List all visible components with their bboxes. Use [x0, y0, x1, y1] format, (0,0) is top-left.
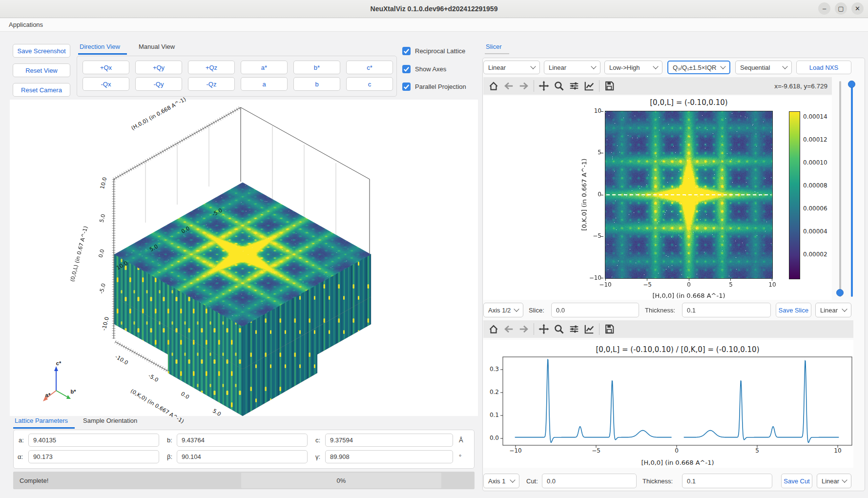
- tab-sample-orientation[interactable]: Sample Orientation: [83, 417, 137, 424]
- c-star-axis-icon: [54, 366, 58, 371]
- sort-order-dropdown[interactable]: Low->High: [604, 61, 662, 74]
- viewport-3d[interactable]: 10.0 5.0 0.0 -5.0 (H,0,0) (in 0.668 A^-1…: [10, 100, 478, 416]
- close-button[interactable]: ✕: [851, 2, 864, 15]
- save-figure-icon[interactable]: [604, 81, 615, 91]
- alpha-field[interactable]: 90.173: [28, 450, 159, 463]
- tick: [772, 278, 772, 281]
- c-button[interactable]: c: [346, 77, 393, 91]
- color-min-slider-handle[interactable]: [836, 289, 844, 296]
- reset-view-button[interactable]: Reset View: [13, 63, 70, 77]
- parallel-projection-checkbox[interactable]: [402, 83, 411, 91]
- minus-qx-button[interactable]: -Qx: [83, 77, 129, 91]
- color-min-slider[interactable]: [839, 81, 841, 297]
- cut-value-input[interactable]: 0.0: [542, 474, 637, 488]
- title-bar[interactable]: NeuXtalViz 0.1.0.dev96+d202412291959: [0, 0, 868, 18]
- forward-icon[interactable]: [518, 324, 529, 334]
- cut-ytick: 0.3: [480, 366, 499, 373]
- neuxtalviz-window: NeuXtalViz 0.1.0.dev96+d202412291959 – ▢…: [0, 0, 868, 498]
- c-star-label: c*: [56, 360, 62, 366]
- c-star-button[interactable]: c*: [346, 61, 393, 74]
- slice-xtick: 0: [679, 281, 699, 288]
- show-axes-checkbox[interactable]: [402, 65, 411, 73]
- color-max-slider-handle[interactable]: [848, 81, 855, 88]
- a-button[interactable]: a: [241, 77, 288, 91]
- alpha-label: α:: [18, 450, 23, 463]
- b-star-button[interactable]: b*: [293, 61, 340, 74]
- reciprocal-lattice-checkbox[interactable]: [402, 47, 411, 55]
- tab-manual-view[interactable]: Manual View: [139, 43, 175, 50]
- slice-xtick: −5: [638, 281, 657, 288]
- maximize-button[interactable]: ▢: [835, 2, 847, 15]
- home-icon[interactable]: [488, 324, 499, 334]
- color-max-slider[interactable]: [851, 81, 853, 297]
- slice-value-input[interactable]: 0.0: [551, 303, 639, 317]
- colormap-type-dropdown[interactable]: Sequential: [735, 61, 792, 74]
- zoom-icon[interactable]: [554, 324, 564, 334]
- slice-ytick: −10: [583, 274, 601, 281]
- save-slice-button[interactable]: Save Slice: [776, 303, 811, 317]
- cut-thickness-input[interactable]: 0.1: [682, 474, 772, 488]
- save-screenshot-button[interactable]: Save Screenshot: [13, 44, 70, 58]
- cut-xtick: −10: [506, 447, 525, 454]
- menu-applications[interactable]: Applications: [6, 18, 46, 31]
- save-cut-button[interactable]: Save Cut: [781, 474, 812, 488]
- clim-method-dropdown[interactable]: Q₃/Q₁±1.5×IQR: [667, 61, 730, 74]
- customize-plot-icon[interactable]: [584, 324, 595, 334]
- reset-camera-button[interactable]: Reset Camera: [13, 83, 70, 97]
- forward-icon[interactable]: [518, 81, 529, 91]
- slice-heatmap[interactable]: [605, 111, 773, 279]
- minus-qy-button[interactable]: -Qy: [135, 77, 182, 91]
- tick: [601, 153, 603, 153]
- tab-slicer[interactable]: Slicer: [486, 43, 502, 50]
- subplot-settings-icon[interactable]: [569, 324, 579, 334]
- a-star-button[interactable]: a*: [241, 61, 288, 74]
- gamma-field[interactable]: 89.908: [325, 450, 453, 463]
- cut-ytick: 0.2: [480, 389, 499, 395]
- pan-icon[interactable]: [538, 81, 549, 91]
- save-figure-icon[interactable]: [604, 324, 615, 334]
- slice-thickness-input[interactable]: 0.1: [682, 303, 771, 317]
- slice-axis-dropdown[interactable]: Axis 1/2: [483, 303, 523, 317]
- minus-qz-button[interactable]: -Qz: [188, 77, 235, 91]
- tab-direction-view[interactable]: Direction View: [80, 43, 120, 50]
- colorbar-tick: 0.00014: [803, 113, 827, 120]
- slice-scale-dropdown[interactable]: Linear: [483, 61, 540, 74]
- b-field[interactable]: 9.43764: [177, 434, 308, 447]
- plus-qz-button[interactable]: +Qz: [188, 61, 235, 74]
- slice-label: Slice:: [529, 303, 544, 317]
- minimize-icon: –: [823, 5, 826, 12]
- zoom-icon[interactable]: [554, 81, 564, 91]
- colorbar-tick: 0.00006: [803, 205, 827, 212]
- cut-plot-toolbar: [483, 320, 853, 338]
- cut-axis-dropdown[interactable]: Axis 1: [483, 474, 519, 488]
- tab-lattice-parameters[interactable]: Lattice Parameters: [15, 417, 68, 424]
- a-field[interactable]: 9.40135: [28, 434, 159, 447]
- length-unit-label: Å: [459, 434, 463, 447]
- plus-qy-button[interactable]: +Qy: [135, 61, 182, 74]
- load-nxs-button[interactable]: Load NXS: [796, 61, 851, 74]
- chevron-down-icon: [530, 63, 536, 69]
- chevron-down-icon: [842, 306, 847, 311]
- home-icon[interactable]: [488, 81, 499, 91]
- b-button[interactable]: b: [293, 77, 340, 91]
- top-face-heatmap: [114, 182, 371, 326]
- check-icon: [402, 83, 411, 91]
- slice-linear-dropdown[interactable]: Linear: [815, 303, 851, 317]
- pan-icon[interactable]: [538, 324, 549, 334]
- beta-field[interactable]: 90.104: [177, 450, 308, 463]
- customize-plot-icon[interactable]: [584, 81, 595, 91]
- cut-linear-dropdown[interactable]: Linear: [817, 474, 851, 488]
- tick: [601, 111, 603, 112]
- colorbar: [789, 111, 800, 279]
- minimize-button[interactable]: –: [818, 2, 830, 15]
- angle-unit-label: °: [459, 450, 461, 463]
- toolbar-separator: [534, 323, 534, 335]
- back-icon[interactable]: [503, 81, 514, 91]
- plus-qx-button[interactable]: +Qx: [83, 61, 129, 74]
- c-field[interactable]: 9.37594: [325, 434, 453, 447]
- slice-xtick: 5: [721, 281, 741, 288]
- subplot-settings-icon[interactable]: [569, 81, 579, 91]
- back-icon[interactable]: [503, 324, 514, 334]
- orientation-triad: a* b* c*: [29, 353, 88, 407]
- cut-scale-dropdown[interactable]: Linear: [544, 61, 600, 74]
